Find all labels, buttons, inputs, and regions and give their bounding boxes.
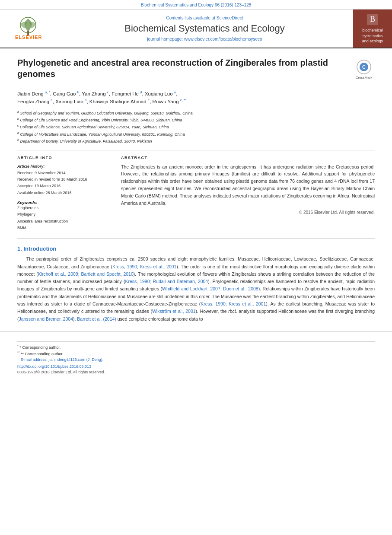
copyright: © 2016 Elsevier Ltd. All rights reserved… [121,210,375,215]
journal-logo-icon: B [366,13,379,26]
ref-janssen[interactable]: Janssen and Bremer, 2004 [19,316,73,322]
received-revised-date: Received in revised form 18 March 2016 [17,176,108,183]
divider-2 [17,238,375,239]
received-date: Received 9 November 2014 [17,170,108,176]
authors: Jiabin Deng a, *, Gang Gao b, Yan Zhang … [17,90,375,106]
ref-kress1990c[interactable]: Kress, 1990; Kress et al., 2001 [201,301,266,306]
article-info-abstract: ARTICLE INFO Article history: Received 9… [17,156,375,232]
logo-tree-icon: ELSEVIER [11,16,45,40]
crossmark-icon[interactable]: C [356,59,372,75]
corresponding-author-1: * * Corresponding author. [17,344,375,350]
footer-divider [17,341,375,342]
article-title: Phylogenetic and ancestral area reconstr… [17,57,349,80]
journal-right-box: B biochemical systematics and ecology [353,10,392,48]
divider-1 [17,150,375,150]
journal-header: ELSEVIER Contents lists available at Sci… [0,10,392,48]
journal-homepage: journal homepage: www.elsevier.com/locat… [147,37,262,41]
doi-link[interactable]: http://dx.doi.org/10.1016/j.bse.2016.03.… [17,364,375,369]
elsevier-logo: ELSEVIER [0,10,56,48]
article-info-column: ARTICLE INFO Article history: Received 9… [17,156,108,232]
crossmark-section: C CrossMark [353,59,375,80]
keywords-list: Zingiberales Phylogeny Ancestral area re… [17,205,108,231]
ref-barrett[interactable]: Barrett et al. (2014) [77,316,116,322]
keyword-1: Zingiberales [17,205,108,211]
ref-wikstrom[interactable]: Wikström et al., 2001 [152,309,196,314]
journal-title: Biochemical Systematics and Ecology [124,23,285,34]
abstract-header: ABSTRACT [121,156,375,160]
keyword-2: Phylogeny [17,211,108,218]
svg-text:C: C [362,64,366,70]
ref-kirchoff[interactable]: Kirchoff et al., 2009; Bartlett and Spec… [38,271,134,277]
accepted-date: Accepted 19 March 2016 [17,183,108,189]
article-history: Article history: Received 9 November 201… [17,163,108,196]
abstract-text: The Zingiberales is an ancient monocot o… [121,163,375,207]
main-content: Phylogenetic and ancestral area reconstr… [0,48,392,331]
affiliation-c: c College of Life Science, Sichuan Agric… [17,123,375,130]
affiliations: a School of Geography and Tourism, Guizh… [17,109,375,145]
svg-text:ELSEVIER: ELSEVIER [15,35,42,40]
available-date: Available online 28 March 2016 [17,190,108,196]
article-title-section: Phylogenetic and ancestral area reconstr… [17,57,375,83]
article-info-header: ARTICLE INFO [17,156,108,160]
keyword-4: BMM [17,225,108,231]
corresponding-author-2: ** ** Corresponding author. [17,351,375,356]
ref-kress1990b[interactable]: Kress, 1990; Rudall and Bateman, 2004 [125,279,208,284]
relationships-word: relationships [151,171,176,176]
section-heading: 1. Introduction [17,245,375,252]
ref-whitfield[interactable]: Whitfield and Lockhart, 2007; Dunn et al… [162,286,258,291]
footer-email-line: E-mail address: jiahindeng@126.com (J. D… [17,357,375,362]
keywords-section: Keywords: Zingiberales Phylogeny Ancestr… [17,201,108,231]
affiliation-b: b College of Life Science and Food Engin… [17,116,375,123]
crossmark-label: CrossMark [356,76,373,80]
journal-center: Contents lists available at ScienceDirec… [56,10,353,48]
affiliation-e: e Department of Botany, University of Ag… [17,137,375,144]
contents-available: Contents lists available at ScienceDirec… [166,16,243,20]
footer-copyright: 0305-1978/© 2016 Elsevier Ltd. All right… [17,370,375,374]
journal-citation: Biochemical Systematics and Ecology 66 (… [0,0,392,10]
keywords-label: Keywords: [17,201,108,205]
affiliation-a: a School of Geography and Tourism, Guizh… [17,109,375,116]
ref-kress1990[interactable]: Kress, 1990; Kress et al., 2001 [112,264,176,269]
abstract-column: ABSTRACT The Zingiberales is an ancient … [121,156,375,232]
svg-text:B: B [370,15,375,23]
keyword-3: Ancestral area reconstruction [17,218,108,225]
introduction-paragraph-1: The pantropical order of Zingiberales co… [17,255,375,323]
affiliation-d: d College of Horticulture and Landscape,… [17,131,375,137]
page-footer: * * Corresponding author. ** ** Correspo… [0,331,392,378]
history-label: Article history: [17,163,108,170]
introduction-section: 1. Introduction The pantropical order of… [17,245,375,323]
